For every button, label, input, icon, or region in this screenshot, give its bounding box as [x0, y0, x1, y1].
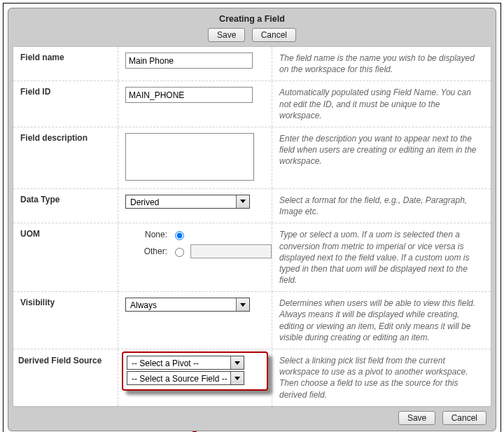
row-description: Field description Enter the description … [13, 127, 491, 189]
uom-other-line: Other: [125, 244, 265, 258]
help-description: Enter the description you want to appear… [272, 127, 491, 188]
bottom-button-row: Save Cancel [13, 407, 491, 426]
derived-source-value: -- Select a Source Field -- [132, 374, 227, 384]
label-field-name: Field name [13, 47, 118, 81]
help-visibility: Determines when users will be able to vi… [272, 292, 491, 349]
field-name-input[interactable] [125, 53, 253, 69]
uom-none-label: None: [139, 230, 167, 239]
help-uom: Type or select a uom. If a uom is select… [272, 223, 491, 291]
top-button-row: Save Cancel [13, 28, 491, 46]
derived-source-select[interactable]: -- Select a Source Field -- [127, 371, 244, 385]
label-data-type: Data Type [13, 189, 118, 223]
save-button-bottom[interactable]: Save [398, 411, 435, 425]
uom-none-line: None: [125, 229, 265, 240]
derived-highlight: -- Select a Pivot -- -- Select a Source … [122, 351, 268, 391]
label-derived: Derived Field Source [17, 351, 114, 370]
help-data-type: Select a format for the field, e.g., Dat… [272, 189, 491, 223]
data-type-value: Derived [130, 197, 159, 207]
help-field-name: The field name is the name you wish to b… [272, 47, 491, 81]
form-body: Field name The field name is the name yo… [13, 46, 491, 407]
label-visibility: Visibility [13, 292, 118, 349]
field-id-input[interactable] [125, 87, 253, 103]
derived-pivot-value: -- Select a Pivot -- [132, 358, 199, 368]
help-field-id: Automatically populated using Field Name… [272, 81, 491, 127]
chevron-down-icon [236, 298, 249, 311]
visibility-value: Always [130, 300, 157, 310]
description-input[interactable] [125, 133, 254, 181]
save-button-top[interactable]: Save [208, 28, 245, 42]
row-derived: Derived Field Source -- Select a Pivot -… [13, 349, 491, 406]
help-derived: Select a linking pick list field from th… [272, 349, 491, 406]
data-type-select[interactable]: Derived [125, 195, 250, 209]
chevron-down-icon [230, 356, 244, 369]
uom-none-radio[interactable] [175, 231, 184, 240]
label-uom: UOM [13, 223, 118, 291]
row-field-name: Field name The field name is the name yo… [13, 47, 491, 81]
row-field-id: Field ID Automatically populated using F… [13, 81, 491, 127]
uom-other-input[interactable] [190, 244, 272, 258]
chevron-down-icon [230, 372, 244, 384]
creating-field-dialog: Creating a Field Save Cancel Field name … [8, 8, 496, 431]
dialog-title: Creating a Field [13, 11, 491, 28]
label-field-id: Field ID [13, 81, 118, 127]
cancel-button-top[interactable]: Cancel [252, 28, 296, 42]
cancel-button-bottom[interactable]: Cancel [442, 411, 486, 425]
row-visibility: Visibility Always Determines when users … [13, 292, 491, 349]
row-uom: UOM None: Other: Type or select a uom. I… [13, 223, 491, 292]
uom-other-label: Other: [139, 246, 167, 256]
visibility-select[interactable]: Always [125, 298, 250, 312]
chevron-down-icon [236, 195, 249, 208]
row-data-type: Data Type Derived Select a format for th… [13, 189, 491, 223]
uom-other-radio[interactable] [175, 248, 184, 257]
derived-pivot-select[interactable]: -- Select a Pivot -- [127, 356, 244, 370]
label-description: Field description [13, 127, 118, 188]
